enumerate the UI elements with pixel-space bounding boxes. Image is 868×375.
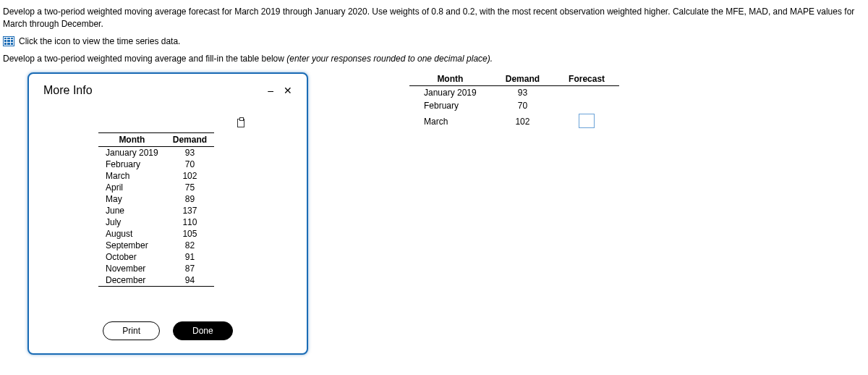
- done-button[interactable]: Done: [173, 321, 233, 340]
- table-row: October91: [98, 251, 214, 263]
- table-row: May89: [98, 193, 214, 205]
- col-month: Month: [98, 132, 166, 146]
- forecast-input-march[interactable]: [579, 114, 595, 128]
- more-info-modal: More Info – ✕ Month Demand January 20199…: [27, 72, 308, 355]
- close-icon[interactable]: ✕: [284, 85, 292, 96]
- table-row: January 201993: [98, 146, 214, 159]
- table-row: February 70: [409, 99, 619, 112]
- time-series-link-row[interactable]: Click the icon to view the time series d…: [3, 36, 865, 46]
- table-row: January 2019 93: [409, 85, 619, 99]
- col-demand: Demand: [166, 132, 214, 146]
- table-row: September82: [98, 240, 214, 251]
- instruction-line: Develop a two-period weighted moving ave…: [3, 54, 865, 64]
- table-row: February70: [98, 159, 214, 170]
- answer-table: Month Demand Forecast January 2019 93 Fe…: [409, 72, 619, 132]
- time-series-table: Month Demand January 201993 February70 M…: [98, 132, 214, 287]
- table-row: April75: [98, 182, 214, 193]
- ans-col-month: Month: [409, 72, 491, 86]
- table-row: November87: [98, 263, 214, 274]
- ans-col-forecast: Forecast: [554, 72, 619, 86]
- table-row: March102: [98, 170, 214, 182]
- table-row: August105: [98, 228, 214, 240]
- minimize-icon[interactable]: –: [268, 85, 273, 96]
- table-row: March 102: [409, 112, 619, 132]
- table-row: June137: [98, 205, 214, 216]
- table-icon: [3, 36, 14, 46]
- time-series-link-text: Click the icon to view the time series d…: [19, 36, 180, 46]
- ans-col-demand: Demand: [491, 72, 554, 86]
- question-line-1: Develop a two-period weighted moving ave…: [3, 6, 865, 30]
- table-row: July110: [98, 216, 214, 228]
- table-row: December94: [98, 274, 214, 287]
- print-button[interactable]: Print: [103, 321, 160, 340]
- clipboard-icon[interactable]: [237, 119, 244, 127]
- modal-title: More Info: [43, 84, 93, 97]
